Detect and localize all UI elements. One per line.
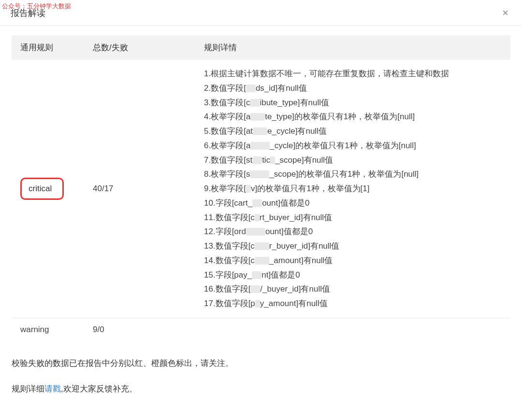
redaction-smudge [255,214,260,222]
redaction-smudge [255,242,269,250]
detail-line: 7.数值字段[sttic_scope]有null值 [204,153,502,168]
detail-line: 9.枚举字段[v]的枚举值只有1种，枚举值为[1] [204,182,502,196]
redaction-smudge [252,271,261,279]
detail-line: 2.数值字段[ds_id]有null值 [204,81,502,96]
detail-line: 10.字段[cart_ount]值都是0 [204,196,502,210]
redaction-smudge [253,127,267,135]
redaction-smudge [250,142,270,150]
cell-count: 9/0 [84,318,195,341]
redaction-smudge [246,185,251,193]
cell-rule: warning [12,318,84,341]
cell-rule: critical [12,60,84,318]
header-detail: 规则详情 [195,35,510,60]
redaction-smudge [270,156,275,164]
critical-highlight: critical [20,178,64,200]
header-count: 总数/失败 [84,35,195,60]
detail-line: 8.枚举字段[s_scope]的枚举值只有1种，枚举值为[null] [204,167,502,182]
footer-notes: 校验失败的数据已在报告中分别以红、橙颜色标出，请关注。 规则详细请戳,欢迎大家反… [12,357,510,395]
redaction-smudge [250,285,260,293]
table-row: critical40/171.根据主键计算数据不唯一，可能存在重复数据，请检查主… [12,60,510,318]
detail-line: 6.枚举字段[a_cycle]的枚举值只有1种，枚举值为[null] [204,139,502,153]
detail-line: 1.根据主键计算数据不唯一，可能存在重复数据，请检查主键和数据 [204,67,502,81]
redaction-smudge [255,257,269,265]
detail-line: 5.数值字段[ate_cycle]有null值 [204,124,502,139]
close-icon[interactable]: × [499,7,511,19]
table-header-row: 通用规则 总数/失败 规则详情 [12,35,510,60]
footer-note-2-prefix: 规则详细 [12,384,44,393]
redaction-smudge [252,156,262,164]
cell-detail: 1.根据主键计算数据不唯一，可能存在重复数据，请检查主键和数据2.数值字段[ds… [195,60,510,318]
watermark-text: 公众号：五分钟学大数据 [2,2,71,11]
footer-note-2: 规则详细请戳,欢迎大家反馈补充。 [12,382,510,395]
redaction-smudge [250,170,269,178]
modal-content: 通用规则 总数/失败 规则详情 critical40/171.根据主键计算数据不… [0,26,522,418]
redaction-smudge [250,113,265,121]
report-table: 通用规则 总数/失败 规则详情 critical40/171.根据主键计算数据不… [12,35,510,341]
detail-line: 4.枚举字段[ate_type]的枚举值只有1种，枚举值为[null] [204,110,502,124]
detail-line: 14.数值字段[c_amount]有null值 [204,253,502,268]
redaction-smudge [246,84,256,92]
detail-line: 16.数值字段[/_buyer_id]有null值 [204,282,502,296]
redaction-smudge [250,99,260,107]
detail-line: 11.数值字段[crt_buyer_id]有null值 [204,210,502,225]
cell-detail [195,318,510,341]
rules-link[interactable]: 请戳 [44,384,61,393]
footer-note-1: 校验失败的数据已在报告中分别以红、橙颜色标出，请关注。 [12,357,510,370]
detail-line: 15.字段[pay_nt]值都是0 [204,268,502,282]
footer-note-2-suffix: ,欢迎大家反馈补充。 [61,384,137,393]
modal-header: 报告解读 × [0,0,522,26]
redaction-smudge [252,199,262,207]
table-row: warning9/0 [12,318,510,341]
detail-line: 12.字段[ordount]值都是0 [204,224,502,239]
redaction-smudge [246,228,265,236]
cell-count: 40/17 [84,60,195,318]
detail-line: 3.数值字段[cibute_type]有null值 [204,96,502,110]
detail-line: 17.数值字段[py_amount]有null值 [204,296,502,311]
redaction-smudge [255,300,260,308]
header-rule: 通用规则 [12,35,84,60]
detail-line: 13.数值字段[cr_buyer_id]有null值 [204,239,502,253]
detail-list: 1.根据主键计算数据不唯一，可能存在重复数据，请检查主键和数据2.数值字段[ds… [204,67,502,311]
